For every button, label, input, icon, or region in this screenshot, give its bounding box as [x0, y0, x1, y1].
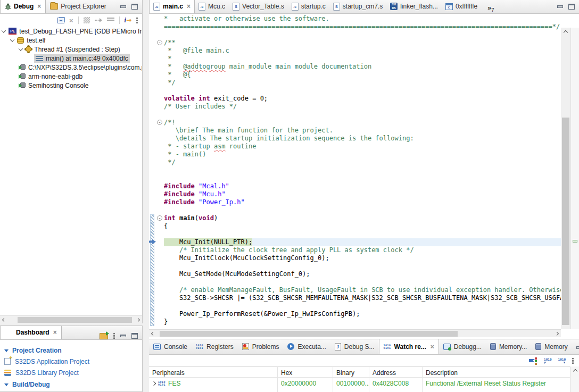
view-menu-icon[interactable] — [113, 332, 115, 339]
watch-layout-icon[interactable] — [529, 357, 537, 364]
tree-item-content[interactable]: Semihosting Console — [17, 81, 90, 90]
scrollbar-thumb[interactable] — [18, 317, 132, 323]
tab-vector-table-s[interactable]: SVector_Table.s — [229, 0, 288, 13]
collapse-all-icon[interactable]: − — [57, 18, 64, 23]
tab-debugg-[interactable]: Debugg... — [439, 339, 486, 354]
code-line[interactable] — [164, 302, 561, 310]
register-name-cell[interactable]: 1010 0101FERD — [149, 389, 278, 392]
tab-0xfffffffe[interactable]: c0xfffffffe — [442, 0, 481, 13]
close-icon[interactable]: × — [37, 3, 41, 10]
drop-to-frame-icon[interactable] — [107, 18, 114, 23]
code-line[interactable]: Mcu_InitClock(McuClockSettingConfig_0); — [164, 254, 561, 262]
scroll-up-icon[interactable] — [570, 366, 579, 376]
code-line[interactable] — [164, 87, 561, 95]
maximize-button[interactable] — [568, 4, 575, 10]
code-line[interactable]: { — [164, 222, 561, 230]
close-icon[interactable]: × — [431, 343, 434, 351]
scrollbar-thumb[interactable] — [160, 331, 458, 337]
remove-all-terminated-icon[interactable]: × — [69, 17, 73, 24]
column-header[interactable]: Description — [423, 367, 579, 378]
view-menu-icon[interactable] — [136, 17, 138, 24]
column-header[interactable]: Peripherals — [149, 367, 278, 378]
register-row[interactable]: 1010 0101FERD0x0000000100000000...0x4028… — [149, 389, 579, 392]
scroll-left-icon[interactable] — [0, 316, 8, 324]
code-line[interactable]: /* User includes */ — [164, 103, 561, 111]
dashboard-link[interactable]: S32DS Application Project — [4, 356, 142, 367]
tab-mcu-c[interactable]: .cMcu.c — [195, 0, 229, 13]
editor-hscrollbar[interactable] — [149, 329, 561, 337]
code-line[interactable] — [164, 206, 561, 214]
editor-tab-overflow[interactable]: » 7 — [487, 4, 494, 13]
tree-item[interactable]: PEtest_Debug_FLASH_PNE [GDB PEMicro Inte… — [0, 27, 142, 36]
code-line[interactable] — [164, 230, 561, 238]
tab-watch-re-[interactable]: 1010 0101Watch re...× — [379, 339, 439, 354]
code-line[interactable] — [164, 31, 561, 39]
code-line[interactable]: * - startup asm routine — [164, 143, 561, 151]
fold-collapse-icon[interactable]: - — [157, 40, 162, 45]
code-line[interactable] — [164, 262, 561, 270]
expander-icon[interactable] — [19, 46, 23, 51]
tree-item-content[interactable]: arm-none-eabi-gdb — [17, 72, 84, 81]
expander-icon[interactable] — [152, 381, 156, 385]
minimize-button[interactable] — [576, 346, 579, 349]
tree-item-content[interactable]: Thread #1 (Suspended : Step) — [24, 45, 121, 54]
code-line[interactable]: #include "Mcu.h" — [164, 190, 561, 198]
registers-sort-asc-icon[interactable]: 1010 — [544, 358, 551, 364]
scroll-right-icon[interactable] — [134, 316, 142, 324]
current-execution-line[interactable]: Mcu_Init(NULL_PTR); — [164, 238, 561, 246]
tree-item-content[interactable]: main() at main.c:49 0x400dfc — [34, 54, 130, 63]
code-line[interactable]: */ — [164, 159, 561, 166]
minimize-button[interactable] — [120, 5, 126, 8]
code-line[interactable]: } — [164, 318, 561, 326]
debug-tree-hscrollbar[interactable] — [0, 315, 142, 323]
scroll-right-icon[interactable] — [553, 330, 561, 338]
code-line[interactable]: int main(void) — [164, 214, 561, 222]
code-line[interactable]: ========================================… — [164, 23, 561, 31]
code-line[interactable] — [164, 166, 561, 174]
code-line[interactable]: * - main() — [164, 151, 561, 159]
view-menu-icon[interactable] — [572, 357, 574, 364]
tree-item[interactable]: arm-none-eabi-gdb — [0, 72, 142, 81]
expander-icon[interactable] — [10, 37, 14, 41]
section-collapse-icon[interactable] — [4, 349, 9, 352]
registers-sort-desc-icon[interactable]: 1010 — [558, 358, 566, 364]
instruction-step-icon[interactable] — [95, 18, 102, 23]
column-header[interactable]: Binary — [333, 367, 369, 378]
tab-project-explorer[interactable]: Project Explorer — [46, 0, 110, 13]
column-header[interactable]: Hex — [278, 367, 333, 378]
current-line-marker[interactable] — [573, 240, 577, 243]
tree-item[interactable]: test.elf — [0, 36, 142, 45]
tab-dashboard[interactable]: Dashboard× — [0, 326, 62, 339]
disconnect-icon[interactable] — [84, 17, 90, 23]
close-icon[interactable]: × — [53, 329, 57, 336]
folding-ruler[interactable]: --- — [156, 14, 164, 329]
tab-executa-[interactable]: Executa... — [283, 339, 330, 354]
tree-item[interactable]: Semihosting Console — [0, 81, 142, 90]
code-line[interactable] — [164, 278, 561, 286]
code-line[interactable]: * @addtogroup main_module main module do… — [164, 63, 561, 71]
dashboard-section-header[interactable]: Build/Debug — [4, 379, 142, 390]
tab-problems[interactable]: Problems — [238, 339, 284, 354]
code-line[interactable]: Power_Ip_PerformReset(&Power_Ip_HwIPsCon… — [164, 310, 561, 318]
code-line[interactable]: #include "Mcal.h" — [164, 182, 561, 190]
register-row[interactable]: 1010 0101FES0x2000000000100000...0x4028C… — [149, 378, 579, 389]
code-line[interactable]: Mcu_SetMode(McuModeSettingConf_0); — [164, 270, 561, 278]
column-header[interactable]: Address — [369, 367, 423, 378]
import-project-icon[interactable] — [100, 333, 108, 339]
tree-item-content[interactable]: C:\NXP\S32DS.3.5\eclipse\plugins\com.p — [17, 63, 142, 72]
code-line[interactable]: \details The startup initialization sequ… — [164, 135, 561, 143]
maximize-button[interactable] — [131, 4, 138, 10]
instruction-stepping-mode-icon[interactable]: i→ — [125, 17, 131, 23]
code-line[interactable] — [164, 174, 561, 182]
minimize-button[interactable] — [120, 335, 126, 337]
code-line[interactable]: * activate or otherwise use the software… — [164, 15, 561, 23]
code-line[interactable]: /** — [164, 39, 561, 47]
tab-registers[interactable]: 1010 0101Registers — [192, 339, 238, 354]
tree-item[interactable]: Thread #1 (Suspended : Step) — [0, 45, 142, 54]
tab-debug[interactable]: Debug× — [0, 0, 46, 13]
code-editor[interactable]: --- * activate or otherwise use the soft… — [149, 14, 579, 329]
code-line[interactable]: /* Initialize the clock tree and apply P… — [164, 246, 561, 254]
source-code[interactable]: * activate or otherwise use the software… — [164, 15, 561, 329]
tree-item[interactable]: main() at main.c:49 0x400dfc — [0, 54, 142, 63]
maximize-button[interactable] — [131, 333, 138, 339]
